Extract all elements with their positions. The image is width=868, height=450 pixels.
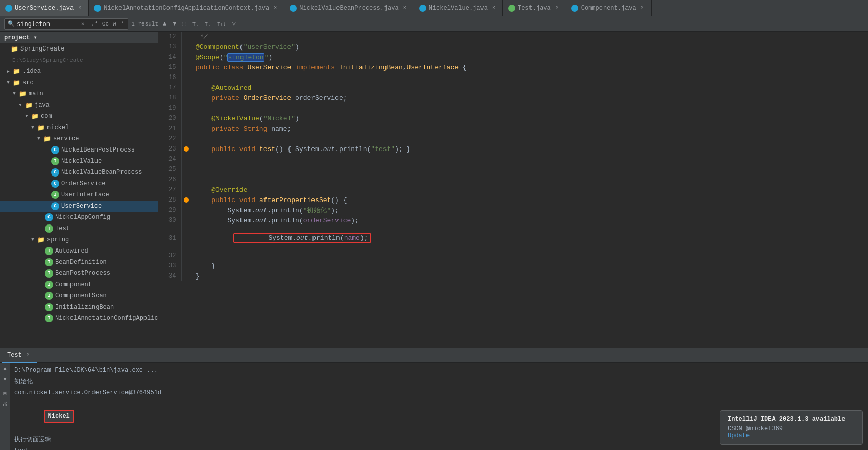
line-number-12: 12	[158, 32, 181, 42]
code-line-21: 21 private String name;	[158, 123, 868, 134]
line-content-32	[191, 251, 868, 261]
tab-label-nickelvalue: NickelValue.java	[429, 5, 488, 12]
line-number-31: 31	[158, 226, 181, 251]
tab-nickelvalue[interactable]: NickelValue.java ×	[414, 0, 503, 16]
tab-close-test[interactable]: ×	[553, 5, 561, 12]
tree-item-beanPostProcess[interactable]: I BeanPostProcess	[0, 268, 158, 279]
tree-item-src[interactable]: ▼ 📁 src	[0, 77, 158, 88]
search-wrap-button[interactable]: ⬚	[181, 20, 187, 28]
notification-link[interactable]: Update	[728, 432, 750, 439]
tab-icon-nickelannotation	[94, 5, 101, 12]
line-gutter-27	[181, 185, 191, 195]
search-filter-button[interactable]: ▽	[231, 20, 237, 28]
tree-item-java[interactable]: ▼ 📁 java	[0, 99, 158, 111]
search-icon: 🔍	[8, 20, 15, 27]
line-number-30: 30	[158, 215, 181, 226]
tab-userservice[interactable]: UserService.java ×	[0, 0, 89, 16]
folder-icon-main: 📁	[18, 90, 27, 98]
tree-item-initializingBean[interactable]: I InitializingBean	[0, 302, 158, 313]
scroll-up-icon[interactable]: ▲	[1, 365, 9, 373]
tab-close-nickelannotation[interactable]: ×	[272, 5, 279, 12]
tree-item-springcreate[interactable]: 📁 SpringCreate	[0, 43, 158, 55]
code-editor[interactable]: 12 */ 13 @Commponent("userService") 14 @…	[158, 32, 868, 348]
file-icon-autowired: I	[45, 247, 53, 255]
line-content-27: @Override	[191, 185, 868, 195]
line-number-27: 27	[158, 185, 181, 195]
tree-item-service[interactable]: ▼ 📁 service	[0, 133, 158, 144]
bottom-tab-test[interactable]: Test ×	[2, 348, 37, 363]
tree-item-nickel[interactable]: ▼ 📁 nickel	[0, 122, 158, 133]
pin-search-button[interactable]: *	[119, 21, 125, 27]
tab-close-nickelvaluebean[interactable]: ×	[401, 5, 408, 12]
project-label[interactable]: project ▾	[4, 34, 37, 41]
line-gutter-25	[181, 164, 191, 174]
tree-arrow-file15	[37, 314, 45, 322]
search-option1-button[interactable]: ⊤ₜ	[191, 21, 200, 27]
tree-label-nickelValue: NickelValue	[61, 158, 158, 165]
tab-test[interactable]: Test.java ×	[503, 0, 566, 16]
tree-item-nickelValueBeanProcess[interactable]: C NickelValueBeanProcess	[0, 167, 158, 178]
tree-arrow-src: ▼	[4, 79, 12, 87]
tree-item-main[interactable]: ▼ 📁 main	[0, 88, 158, 99]
scroll-down-icon[interactable]: ▼	[1, 375, 9, 383]
line-number-19: 19	[158, 103, 181, 113]
tree-item-spring[interactable]: ▼ 📁 spring	[0, 234, 158, 245]
main-content: project ▾ 📁 SpringCreate E:\Study\Spring…	[0, 32, 868, 348]
tree-label-nickel: nickel	[47, 124, 158, 131]
tree-item-userInterface[interactable]: I UserInterface	[0, 189, 158, 201]
code-line-33: 33 }	[158, 261, 868, 271]
search-next-button[interactable]: ▼	[171, 20, 178, 28]
bottom-tab-test-close[interactable]: ×	[25, 352, 32, 359]
tree-item-idea[interactable]: ▶ 📁 .idea	[0, 66, 158, 77]
line-number-15: 15	[158, 62, 181, 72]
tree-arrow-file6	[43, 202, 51, 210]
tab-label-nickelannotation: NickelAnnotationConfigApplicationContext…	[104, 5, 269, 12]
tree-label-autowired: Autowired	[55, 247, 158, 255]
tree-item-nickelAppConfig[interactable]: C NickelAppConfig	[0, 212, 158, 223]
tab-close-userservice[interactable]: ×	[76, 5, 83, 12]
tab-nickelannotation[interactable]: NickelAnnotationConfigApplicationContext…	[89, 0, 284, 16]
tree-item-commponent[interactable]: I Commponent	[0, 279, 158, 290]
tree-label-main: main	[29, 90, 158, 97]
tree-item-orderService[interactable]: C OrderService	[0, 178, 158, 189]
line-gutter-23	[181, 144, 191, 154]
search-prev-button[interactable]: ▲	[161, 20, 168, 28]
tree-arrow-springcreate	[2, 45, 10, 53]
file-icon-orderService: C	[51, 180, 59, 188]
tree-item-com[interactable]: ▼ 📁 com	[0, 111, 158, 122]
file-icon-nickelAppConfig: C	[45, 213, 53, 221]
tree-item-nickelValue[interactable]: I NickelValue	[0, 156, 158, 167]
tree-item-userService[interactable]: C UserService	[0, 201, 158, 212]
tree-arrow-file12	[37, 281, 45, 289]
line-number-21: 21	[158, 123, 181, 134]
case-sensitive-button[interactable]: Cc	[101, 21, 110, 27]
tree-item-nickelAnnotationConfig[interactable]: I NickelAnnotationConfigApplicatio...	[0, 313, 158, 324]
tree-item-autowired[interactable]: I Autowired	[0, 245, 158, 257]
line-gutter-19	[181, 103, 191, 113]
regex-search-button[interactable]: .*	[90, 21, 99, 27]
clear-search-button[interactable]: ✕	[80, 20, 86, 27]
search-option3-button[interactable]: ⊤ₜ↓	[215, 21, 228, 27]
output-line-5: test	[14, 445, 864, 450]
code-line-13: 13 @Commponent("userService")	[158, 42, 868, 52]
tree-arrow-idea: ▶	[4, 67, 12, 76]
tab-nickelvaluebean[interactable]: NickelValueBeanProcess.java ×	[284, 0, 414, 16]
search-input[interactable]	[17, 20, 78, 28]
bottom-icon-print[interactable]: 🖨	[1, 399, 9, 408]
tree-arrow-spring: ▼	[29, 236, 37, 244]
bottom-icon-filter[interactable]: ⊞	[1, 389, 9, 397]
tab-close-nickelvalue[interactable]: ×	[490, 5, 497, 12]
tab-icon-nickelvalue	[419, 5, 426, 12]
tree-item-testFile[interactable]: T Test	[0, 223, 158, 234]
tree-item-commponentScan[interactable]: I CommponentScan	[0, 290, 158, 302]
folder-icon-java: 📁	[25, 101, 33, 109]
tab-close-commponent[interactable]: ×	[639, 5, 646, 12]
search-input-wrap[interactable]: 🔍 ✕ .* Cc W *	[4, 18, 128, 30]
notification-title: IntelliJ IDEA 2023.1.3 available	[728, 416, 855, 423]
line-number-16: 16	[158, 72, 181, 83]
tree-item-nickelBeanPostProcss[interactable]: C NickelBeanPostProcss	[0, 144, 158, 156]
tab-commponent[interactable]: Commponent.java ×	[566, 0, 652, 16]
tree-item-beanDefinition[interactable]: I BeanDefinition	[0, 257, 158, 268]
search-option2-button[interactable]: ⊤ₜ	[203, 21, 212, 27]
word-search-button[interactable]: W	[112, 21, 117, 27]
